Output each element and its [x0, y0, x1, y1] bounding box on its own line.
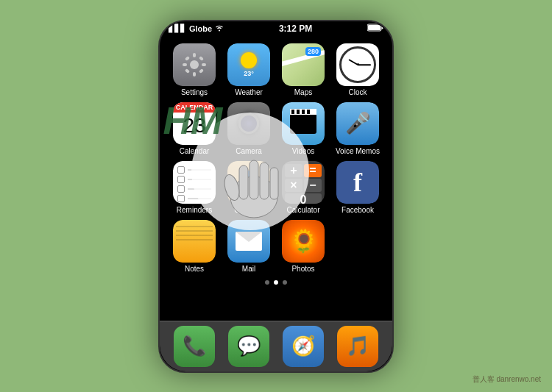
contacts-label: Contacts	[234, 206, 263, 214]
app-mail[interactable]: Mail	[225, 220, 273, 273]
music-icon: 🎵	[346, 335, 369, 357]
svg-rect-2	[368, 25, 381, 30]
reminder-item-2	[177, 176, 211, 183]
reminder-item-3	[177, 185, 211, 193]
svg-rect-6	[193, 72, 196, 76]
svg-rect-9	[185, 55, 190, 60]
calendar-label: Calendar	[180, 147, 210, 155]
phone-call-icon: 📞	[183, 335, 206, 357]
dot-2-active	[274, 280, 278, 285]
microphone-icon: 🎤	[345, 111, 371, 135]
signal-icon: ▋▋▋	[169, 24, 186, 32]
mail-label: Mail	[242, 265, 255, 273]
minute-hand	[358, 64, 371, 65]
sunflower-icon: 🌻	[290, 228, 317, 254]
app-calendar[interactable]: Calendar 23 Calendar	[171, 102, 219, 155]
time-display: 3:12 PM	[279, 24, 312, 34]
svg-rect-7	[183, 63, 187, 66]
weather-label: Weather	[235, 88, 263, 96]
facebook-f-icon: f	[353, 167, 362, 198]
status-left: ▋▋▋ Globe	[169, 24, 224, 33]
status-bar: ▋▋▋ Globe 3:12 PM	[160, 21, 392, 36]
contact-icon: 👤	[236, 170, 262, 194]
maps-label: Maps	[294, 88, 312, 96]
svg-point-0	[219, 29, 220, 31]
dot-3	[283, 280, 287, 285]
app-maps[interactable]: 280 Maps	[280, 43, 328, 96]
app-reminders[interactable]: Reminders	[171, 161, 219, 214]
svg-rect-11	[185, 68, 190, 73]
app-row-3: Reminders 👤 Contacts +	[167, 160, 385, 215]
temperature: 23°	[244, 70, 254, 77]
calculator-label: Calculator	[286, 206, 319, 214]
compass-icon: 🧭	[291, 335, 315, 357]
dock-safari[interactable]: 🧭	[283, 326, 324, 367]
calendar-month: Calendar	[173, 102, 216, 113]
messages-bubble-icon: 💬	[237, 335, 261, 357]
clock-label: Clock	[348, 88, 367, 96]
app-clock[interactable]: Clock	[334, 43, 382, 96]
app-notes[interactable]: Notes	[171, 220, 219, 273]
notes-label: Notes	[185, 265, 204, 273]
page-dots	[167, 277, 385, 288]
app-calculator[interactable]: + = × − 0 Calculator	[280, 161, 328, 214]
app-settings[interactable]: Settings	[171, 43, 219, 96]
status-right	[367, 24, 383, 33]
camera-label: Camera	[236, 147, 262, 155]
dock-messages[interactable]: 💬	[228, 326, 269, 367]
app-row-1: Settings 23° Weather	[167, 42, 385, 98]
app-voice-memos[interactable]: 🎤 Voice Memos	[334, 102, 382, 155]
camera-lens	[238, 113, 259, 134]
carrier-label: Globe	[189, 24, 212, 33]
app-row-4: Notes Mail	[167, 218, 385, 274]
svg-rect-10	[199, 55, 204, 60]
calculator-icon: + = × − 0	[282, 161, 325, 204]
voice-memos-label: Voice Memos	[336, 147, 380, 155]
dock-phone[interactable]: 📞	[174, 326, 215, 367]
svg-rect-3	[382, 26, 383, 29]
note-line-3	[176, 235, 213, 236]
home-screen: Settings 23° Weather	[160, 36, 392, 321]
note-line-4	[176, 239, 213, 240]
reminder-item-4	[177, 195, 211, 202]
app-camera[interactable]: Camera	[225, 102, 273, 155]
app-facebook[interactable]: f Facebook	[334, 161, 382, 214]
note-line-2	[176, 230, 213, 232]
app-row-2: Calendar 23 Calendar Camera	[167, 101, 385, 157]
settings-label: Settings	[181, 88, 208, 96]
battery-icon	[367, 24, 383, 33]
app-videos[interactable]: Videos	[280, 102, 328, 155]
dock: 📞 💬 🧭 🎵	[160, 321, 392, 371]
note-line-1	[176, 226, 213, 227]
photos-label: Photos	[291, 265, 314, 273]
mail-envelope-icon	[236, 232, 262, 251]
reminders-label: Reminders	[177, 206, 212, 214]
app-weather[interactable]: 23° Weather	[225, 43, 273, 96]
svg-rect-8	[202, 63, 206, 66]
svg-point-4	[190, 60, 199, 69]
facebook-label: Facebook	[342, 206, 374, 214]
clock-face	[339, 46, 376, 83]
reminder-item-1	[177, 166, 211, 174]
svg-rect-5	[193, 53, 196, 57]
svg-rect-12	[199, 68, 204, 73]
app-contacts[interactable]: 👤 Contacts	[225, 161, 273, 214]
clock-center-dot	[357, 63, 359, 65]
wifi-icon	[215, 24, 224, 33]
dock-itunes[interactable]: 🎵	[337, 326, 378, 367]
app-photos[interactable]: 🌻 Photos	[280, 220, 328, 273]
sun-icon	[241, 52, 257, 68]
gear-icon	[181, 51, 208, 78]
calendar-date: 23	[173, 113, 216, 139]
highway-badge: 280	[305, 47, 321, 56]
videos-label: Videos	[292, 147, 314, 155]
clapper-icon	[290, 113, 316, 134]
dot-1	[265, 280, 269, 285]
phone-container: ▋▋▋ Globe 3:12 PM	[158, 20, 394, 373]
